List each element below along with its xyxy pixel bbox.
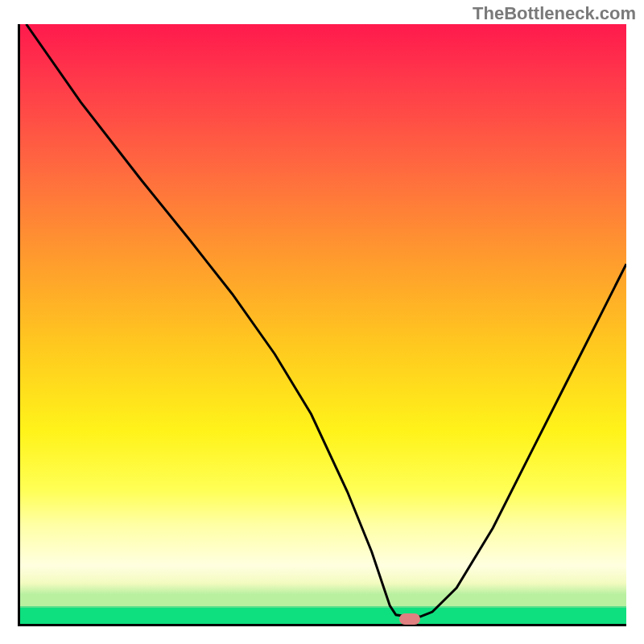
line-plot [20, 24, 626, 624]
plot-area [18, 24, 626, 626]
optimal-marker [399, 613, 420, 625]
watermark-text: TheBottleneck.com [473, 3, 636, 24]
